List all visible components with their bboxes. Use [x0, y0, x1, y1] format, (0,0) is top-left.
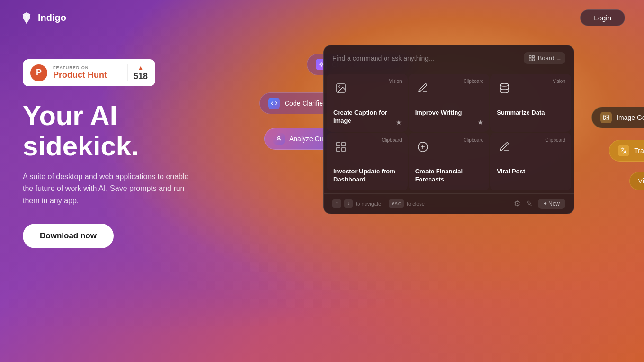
ph-count-block: ▲ 518 [127, 64, 148, 81]
hero-description: A suite of desktop and web applications … [23, 171, 193, 207]
code-clarifier-label: Code Clarifier [285, 100, 325, 107]
logo: Indigo [19, 10, 66, 26]
navigate-text: to navigate [356, 201, 381, 207]
svg-rect-9 [337, 143, 340, 146]
card-summarize-label: Vision [553, 79, 565, 84]
cp-search-input[interactable]: Find a command or ask anything... [332, 54, 524, 62]
card-viral-title: Viral Post [497, 168, 564, 176]
image-generator-pill[interactable]: Image Generator [591, 107, 644, 128]
visualizer-pill[interactable]: Visualizer [629, 172, 644, 190]
svg-rect-3 [532, 55, 534, 57]
card-create-caption[interactable]: Vision Create Caption for Image ★ [327, 74, 408, 132]
svg-rect-4 [532, 59, 534, 61]
arrow-up-key: ↑ [332, 199, 341, 208]
card-investor-title: Investor Update from Dashboard [333, 168, 401, 184]
logo-icon [19, 10, 34, 26]
cp-footer: ↑ ↓ to navigate esc to close ⚙ ✎ + New [324, 193, 574, 214]
settings-icon[interactable]: ⚙ [514, 199, 520, 208]
code-clarifier-pill[interactable]: Code Clarifier [259, 92, 334, 114]
svg-rect-12 [337, 148, 340, 151]
card-writing-icon [415, 81, 430, 96]
svg-point-7 [339, 86, 340, 87]
card-caption-title: Create Caption for Image [333, 109, 401, 125]
card-financial-forecasts[interactable]: Clipboard Create Financial Forecasts [409, 133, 490, 190]
svg-rect-2 [529, 55, 531, 57]
card-investor-icon [333, 139, 349, 154]
card-caption-star: ★ [396, 118, 402, 126]
card-viral-icon [497, 139, 512, 154]
ph-featured-label: FEATURED ON [53, 65, 122, 70]
card-writing-star: ★ [477, 118, 483, 126]
main-content: P FEATURED ON Product Hunt ▲ 518 Your AI… [0, 36, 644, 263]
product-hunt-text: FEATURED ON Product Hunt [53, 65, 122, 80]
navbar: Indigo Login [0, 0, 644, 36]
cp-header: Find a command or ask anything... Board … [324, 45, 574, 71]
svg-rect-5 [529, 59, 531, 61]
analyze-label: Analyze Cu... [289, 135, 329, 143]
card-caption-label: Vision [389, 79, 402, 84]
translation-icon [618, 145, 629, 156]
card-writing-label: Clipboard [464, 79, 484, 84]
analyze-icon [273, 133, 285, 145]
translation-pill[interactable]: Translation [609, 140, 644, 162]
svg-point-1 [278, 136, 280, 139]
command-palette: Find a command or ask anything... Board … [323, 45, 574, 214]
translation-label: Translation [634, 147, 644, 154]
svg-rect-11 [342, 148, 345, 151]
card-investor-update[interactable]: Clipboard Investor Update from Dashboard [327, 133, 408, 190]
code-clarifier-icon [268, 98, 280, 109]
board-icon [528, 55, 535, 62]
cp-board-button[interactable]: Board ≡ [524, 52, 565, 64]
left-panel: P FEATURED ON Product Hunt ▲ 518 Your AI… [23, 50, 222, 248]
card-investor-label: Clipboard [382, 137, 402, 143]
cp-navigate-hint: ↑ ↓ to navigate [332, 199, 381, 208]
edit-footer-icon[interactable]: ✎ [526, 199, 532, 208]
card-improve-writing[interactable]: Clipboard Improve Writing ★ [409, 74, 490, 132]
hero-title: Your AI sidekick. [23, 100, 222, 161]
svg-rect-10 [342, 143, 345, 146]
svg-point-8 [500, 83, 509, 86]
ph-arrow-icon: ▲ [137, 64, 144, 72]
svg-point-17 [605, 116, 606, 117]
close-text: to close [407, 201, 425, 207]
ph-count: 518 [134, 72, 148, 81]
product-hunt-logo: P [30, 64, 47, 81]
card-caption-icon [333, 81, 349, 96]
right-panel: Create Brand Guidelines Code Clarifier A… [250, 45, 621, 263]
card-viral-post[interactable]: Clipboard Viral Post [490, 133, 571, 190]
cp-close-hint: esc to close [389, 199, 425, 208]
product-hunt-badge[interactable]: P FEATURED ON Product Hunt ▲ 518 [23, 59, 155, 86]
visualizer-label: Visualizer [638, 177, 644, 185]
card-writing-title: Improve Writing [415, 109, 483, 117]
new-button[interactable]: + New [538, 199, 565, 209]
svg-point-0 [321, 63, 323, 66]
card-summarize-data[interactable]: Vision Summarize Data [490, 74, 571, 132]
card-summarize-title: Summarize Data [497, 109, 564, 117]
card-forecasts-icon [415, 139, 430, 154]
image-gen-label: Image Generator [617, 114, 644, 121]
card-summarize-icon [497, 81, 512, 96]
card-forecasts-title: Create Financial Forecasts [415, 168, 483, 184]
logo-text: Indigo [38, 12, 66, 23]
download-button[interactable]: Download now [23, 224, 114, 248]
board-more-icon: ≡ [557, 54, 561, 62]
login-button[interactable]: Login [580, 9, 625, 26]
card-viral-label: Clipboard [545, 137, 565, 143]
arrow-down-key: ↓ [344, 199, 353, 208]
ph-name: Product Hunt [53, 70, 122, 80]
image-gen-icon [600, 112, 612, 123]
card-forecasts-label: Clipboard [464, 137, 484, 143]
cp-cards-grid: Vision Create Caption for Image ★ Clipbo… [324, 71, 574, 193]
board-label: Board [538, 54, 555, 62]
cp-footer-right: ⚙ ✎ + New [514, 199, 565, 209]
esc-key: esc [389, 199, 404, 208]
